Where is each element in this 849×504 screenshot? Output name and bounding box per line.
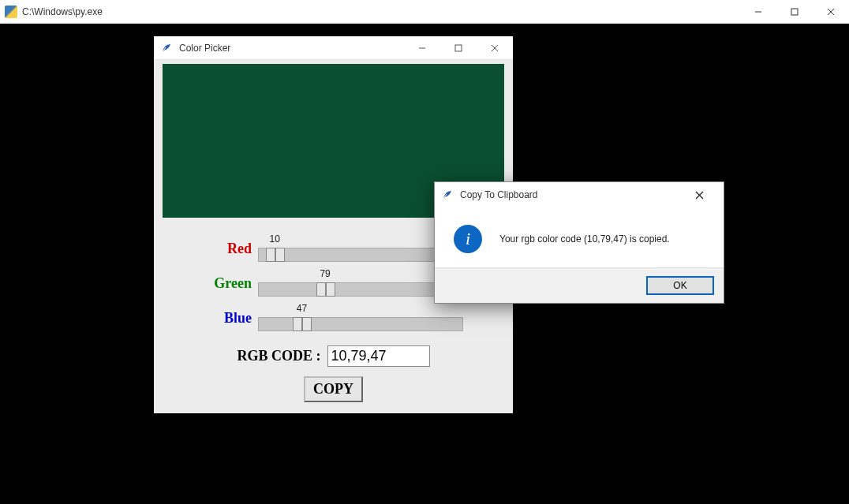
ok-button[interactable]: OK — [646, 276, 714, 295]
slider-thumb-green[interactable] — [316, 282, 335, 297]
picker-maximize-button[interactable] — [440, 36, 477, 60]
outer-window: C:\Windows\py.exe Color Picker — [0, 0, 849, 504]
dialog-body: i Your rgb color code (10,79,47) is copi… — [435, 207, 724, 267]
outer-client-area: Color Picker Red 10 — [0, 24, 849, 504]
outer-maximize-button[interactable] — [776, 0, 813, 24]
copy-button[interactable]: COPY — [304, 376, 363, 402]
copy-clipboard-dialog: Copy To Clipboard i Your rgb color code … — [434, 181, 724, 304]
svg-rect-1 — [791, 9, 798, 15]
picker-close-button[interactable] — [477, 36, 513, 60]
blue-slider[interactable]: 47 — [258, 304, 463, 331]
dialog-footer: OK — [435, 267, 724, 303]
picker-minimize-button[interactable] — [404, 36, 440, 60]
info-icon: i — [454, 225, 482, 253]
outer-window-title: C:\Windows\py.exe — [22, 6, 103, 17]
slider-value-blue: 47 — [297, 303, 307, 314]
dialog-title: Copy To Clipboard — [460, 189, 538, 200]
red-slider[interactable]: 10 — [258, 235, 463, 262]
slider-label-red: Red — [200, 241, 252, 257]
dialog-close-button[interactable] — [681, 183, 717, 207]
green-slider[interactable]: 79 — [258, 270, 463, 297]
picker-titlebar: Color Picker — [154, 36, 513, 60]
slider-label-green: Green — [200, 275, 252, 292]
rgb-code-input[interactable] — [327, 345, 430, 367]
outer-minimize-button[interactable] — [740, 0, 776, 24]
picker-window-title: Color Picker — [179, 43, 230, 54]
slider-row-blue: Blue 47 — [163, 304, 504, 331]
rgb-code-row: RGB CODE : — [163, 345, 504, 367]
dialog-message: Your rgb color code (10,79,47) is copied… — [499, 233, 670, 245]
slider-value-green: 79 — [320, 268, 330, 279]
outer-titlebar: C:\Windows\py.exe — [0, 0, 849, 24]
slider-value-red: 10 — [270, 233, 280, 245]
python-icon — [5, 6, 17, 18]
svg-rect-5 — [455, 45, 462, 51]
slider-label-blue: Blue — [200, 310, 252, 327]
outer-close-button[interactable] — [813, 0, 849, 24]
tk-feather-icon — [441, 189, 454, 201]
dialog-titlebar: Copy To Clipboard — [435, 182, 724, 207]
slider-thumb-red[interactable] — [266, 248, 285, 262]
slider-thumb-blue[interactable] — [293, 317, 312, 331]
rgb-code-label: RGB CODE : — [237, 348, 320, 364]
tk-feather-icon — [160, 42, 173, 54]
